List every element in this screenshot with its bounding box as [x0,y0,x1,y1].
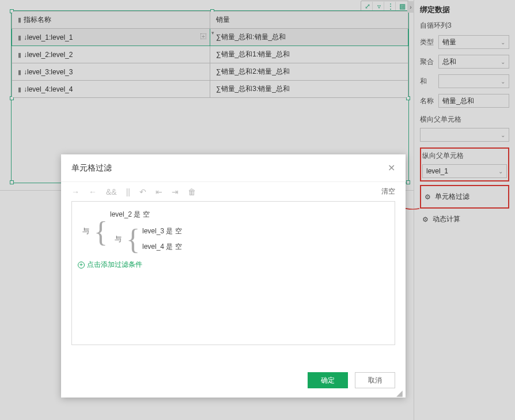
tree-children: level_3 是 空 level_4 是 空 [140,224,182,254]
tree-children: level_2 是 空 与 { level_3 是 空 level_4 是 空 [108,207,182,255]
condition[interactable]: level_3 是 空 [142,225,182,237]
indent-icon[interactable]: ⇥ [172,187,179,196]
dialog-footer: 确定 取消 ◢ [61,365,406,398]
filter-tree: 与 { level_2 是 空 与 { level_3 是 空 level_4 … [71,201,395,345]
operator-and: 与 [110,224,126,254]
dialog-resize-handle[interactable]: ◢ [396,388,403,395]
outdent-icon[interactable]: ⇤ [156,187,162,196]
dialog-header: 单元格过滤 ✕ [61,154,406,182]
undo-icon[interactable]: ↶ [139,187,146,196]
ok-button[interactable]: 确定 [308,372,348,388]
cancel-button[interactable]: 取消 [355,372,395,388]
add-condition-button[interactable]: + 点击添加过滤条件 [78,260,389,270]
trash-icon[interactable]: 🗑 [188,187,196,196]
cell-filter-dialog: 单元格过滤 ✕ → ← && || ↶ ⇤ ⇥ 🗑 清空 与 { level_2… [61,154,406,398]
condition[interactable]: level_2 是 空 [110,209,182,221]
tree-root: 与 { level_2 是 空 与 { level_3 是 空 level_4 … [78,207,389,255]
plus-icon: + [78,262,85,268]
brace-icon: { [94,207,108,255]
add-condition-label: 点击添加过滤条件 [87,260,142,270]
dialog-title: 单元格过滤 [71,163,112,173]
tree-nested: 与 { level_3 是 空 level_4 是 空 [110,224,182,254]
close-icon[interactable]: ✕ [388,162,395,173]
brace-icon: { [126,224,140,254]
modal-overlay: 单元格过滤 ✕ → ← && || ↶ ⇤ ⇥ 🗑 清空 与 { level_2… [0,0,515,420]
arrow-right-icon[interactable]: → [71,187,79,196]
or-operator-icon[interactable]: || [126,187,130,196]
operator-and: 与 [78,207,94,255]
toolbar-left: → ← && || ↶ ⇤ ⇥ 🗑 [71,187,196,196]
clear-button[interactable]: 清空 [381,187,395,196]
and-operator-icon[interactable]: && [106,187,117,196]
condition[interactable]: level_4 是 空 [142,241,182,253]
dialog-toolbar: → ← && || ↶ ⇤ ⇥ 🗑 清空 [61,182,406,199]
arrow-left-icon[interactable]: ← [89,187,97,196]
